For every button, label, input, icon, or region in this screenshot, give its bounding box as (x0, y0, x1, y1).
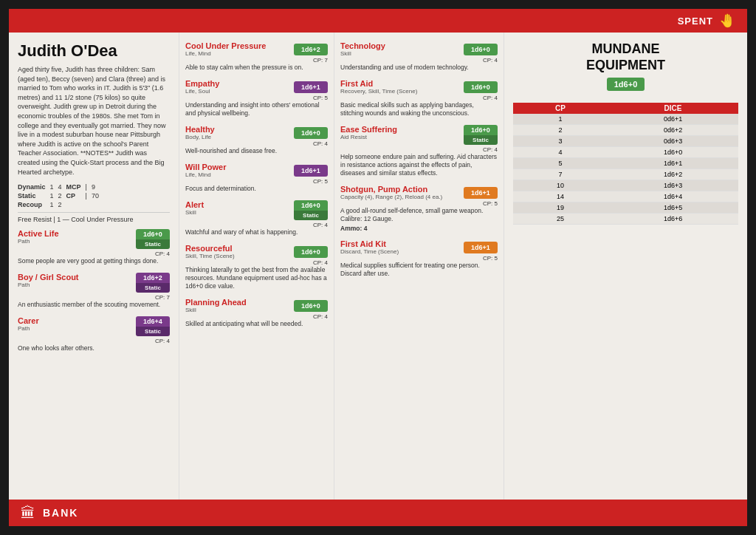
badge-technology: 1d6+0 (464, 44, 498, 55)
cp-dice-header-cp: CP (513, 103, 608, 114)
skill-empathy: Empathy Life, Soul 1d6+1 CP: 5 Understan… (185, 79, 328, 117)
badge-alert: 1d6+0 Static (294, 200, 328, 220)
skill-alert: Alert Skill 1d6+0 Static CP: 4 Watchful … (185, 200, 328, 236)
stat-label-dynamic: Dynamic (18, 183, 50, 191)
skill-desc-technology: Understanding and use of modern technolo… (340, 64, 498, 72)
ability-desc-scout: An enthusiastic member of the scouting m… (18, 301, 170, 309)
cp-planning: CP: 4 (294, 313, 328, 320)
skill-ease-suffering: Ease Suffering Aid Resist 1d6+0 Static C… (340, 125, 498, 177)
cp-ease-suffering: CP: 4 (464, 146, 498, 153)
skill-desc-resourceful: Thinking laterally to get the best from … (185, 266, 328, 290)
table-row: 141d6+4 (513, 191, 738, 202)
stat-cp-val: 70 (92, 191, 103, 200)
dice-cell: 1d6+5 (608, 202, 738, 214)
skill-planning-ahead: Planning Ahead Skill 1d6+0 CP: 4 Skilled… (185, 298, 328, 328)
skill-technology: Technology Skill 1d6+0 CP: 4 Understandi… (340, 41, 498, 72)
skill-first-aid-kit: First Aid Kit Discard, Time (Scene) 1d6+… (340, 239, 498, 278)
cp-dice-table: CP DICE 10d6+120d6+230d6+341d6+051d6+171… (513, 103, 738, 225)
hand-icon: 🤚 (719, 13, 735, 29)
skill-cool-under-pressure: Cool Under Pressure Life, Mind 1d6+2 CP:… (185, 41, 328, 72)
stat-empty2 (86, 200, 92, 209)
ability-boy-girl-scout: Boy / Girl Scout Path 1d6+2 Static CP: 7… (18, 273, 170, 309)
table-row: 30d6+3 (513, 136, 738, 147)
skill-name-empathy: Empathy (185, 79, 291, 88)
skill-name-first-aid: First Aid (340, 79, 461, 88)
ability-name-active-life: Active Life (18, 229, 133, 238)
table-row: 71d6+2 (513, 169, 738, 180)
col-far-right: MUNDANEEQUIPMENT 1d6+0 CP DICE 10d6+120d… (504, 33, 747, 500)
ability-sub-scout: Path (18, 282, 133, 288)
skill-desc-willpower: Focus and determination. (185, 185, 328, 193)
skill-name-cup: Cool Under Pressure (185, 41, 291, 50)
cp-active-life: CP: 4 (136, 251, 170, 257)
skill-sub-first-aid-kit: Discard, Time (Scene) (340, 248, 461, 255)
cp-cup: CP: 7 (294, 57, 328, 64)
skill-sub-empathy: Life, Soul (185, 88, 291, 95)
cp-cell: 2 (513, 125, 608, 136)
mundane-title: MUNDANEEQUIPMENT (586, 41, 665, 73)
skill-name-first-aid-kit: First Aid Kit (340, 239, 461, 248)
skill-name-planning: Planning Ahead (185, 298, 291, 307)
skill-name-resourceful: Resourceful (185, 244, 291, 253)
top-bar: SPENT 🤚 (9, 9, 747, 33)
bottom-bar: 🏛 BANK (9, 500, 747, 526)
stat-val-dynamic: 1 (50, 183, 58, 191)
skill-sub-ease-suffering: Aid Resist (340, 134, 461, 140)
dice-cell: 0d6+3 (608, 136, 738, 147)
cp-scout: CP: 7 (136, 294, 170, 301)
skill-desc-first-aid-kit: Medical supplies sufficient for treating… (340, 262, 498, 278)
skill-desc-planning: Skilled at anticipating what will be nee… (185, 320, 328, 328)
cp-shotgun: CP: 5 (464, 200, 498, 207)
badge-resourceful: 1d6+0 (294, 246, 328, 258)
skill-sub-planning: Skill (185, 307, 291, 313)
cp-first-aid: CP: 4 (464, 95, 498, 101)
dice-cell: 1d6+0 (608, 147, 738, 158)
skill-resourceful: Resourceful Skill, Time (Scene) 1d6+0 CP… (185, 244, 328, 290)
col-right-skills: Technology Skill 1d6+0 CP: 4 Understandi… (334, 33, 504, 500)
skill-first-aid: First Aid Recovery, Skill, Time (Scene) … (340, 79, 498, 117)
skill-sub-willpower: Life, Mind (185, 171, 291, 178)
ability-sub-carer: Path (18, 325, 133, 332)
badge-first-aid: 1d6+0 (464, 81, 498, 93)
skill-sub-first-aid: Recovery, Skill, Time (Scene) (340, 88, 461, 95)
dice-cell: 1d6+3 (608, 180, 738, 191)
skill-sub-resourceful: Skill, Time (Scene) (185, 253, 291, 259)
cp-cell: 5 (513, 158, 608, 169)
skill-name-technology: Technology (340, 41, 461, 50)
skill-sub-healthy: Body, Life (185, 134, 291, 140)
main-content: Judith O'Dea Aged thirty five, Judith ha… (9, 33, 747, 500)
cp-cell: 14 (513, 191, 608, 202)
skill-desc-cup: Able to stay calm when the pressure is o… (185, 64, 328, 72)
ability-desc-carer: One who looks after others. (18, 344, 170, 352)
stat-div-static: 2 (58, 191, 66, 200)
col-left: Judith O'Dea Aged thirty five, Judith ha… (9, 33, 179, 500)
cp-cell: 7 (513, 169, 608, 180)
col-mid: Cool Under Pressure Life, Mind 1d6+2 CP:… (179, 33, 334, 500)
table-row: 51d6+1 (513, 158, 738, 169)
skill-desc-shotgun: A good all-round self-defence, small gam… (340, 207, 498, 223)
stat-mcp-val: 9 (92, 183, 103, 191)
skill-desc-healthy: Well-nourished and disease free. (185, 147, 328, 155)
table-row: 41d6+0 (513, 147, 738, 158)
stat-val-cp-div: | (86, 191, 92, 200)
ability-carer: Carer Path 1d6+4 Static CP: 4 One who lo… (18, 316, 170, 352)
skill-willpower: Will Power Life, Mind 1d6+1 CP: 5 Focus … (185, 163, 328, 193)
stat-label-static: Static (18, 191, 50, 200)
dice-cell: 1d6+6 (608, 214, 738, 225)
cp-carer: CP: 4 (136, 338, 170, 344)
ability-name-carer: Carer (18, 316, 133, 325)
skill-desc-empathy: Understanding and insight into others' e… (185, 101, 328, 117)
skill-desc-alert: Watchful and wary of what is happening. (185, 228, 328, 236)
badge-ease-suffering: 1d6+0 Static (464, 125, 498, 145)
cp-healthy: CP: 4 (294, 140, 328, 147)
dice-cell: 1d6+4 (608, 191, 738, 202)
ability-active-life: Active Life Path 1d6+0 Static CP: 4 Some… (18, 229, 170, 265)
cp-cell: 25 (513, 214, 608, 225)
skill-desc-ease-suffering: Help someone endure pain and suffering. … (340, 153, 498, 177)
skill-shotgun: Shotgun, Pump Action Capacity (4), Range… (340, 185, 498, 232)
badge-healthy: 1d6+0 (294, 127, 328, 139)
free-resist: Free Resist | 1 — Cool Under Pressure (18, 212, 170, 223)
badge-active-life: 1d6+0 Static (136, 229, 170, 249)
cp-empathy: CP: 5 (294, 95, 328, 101)
mundane-dice-badge: 1d6+0 (607, 78, 645, 91)
